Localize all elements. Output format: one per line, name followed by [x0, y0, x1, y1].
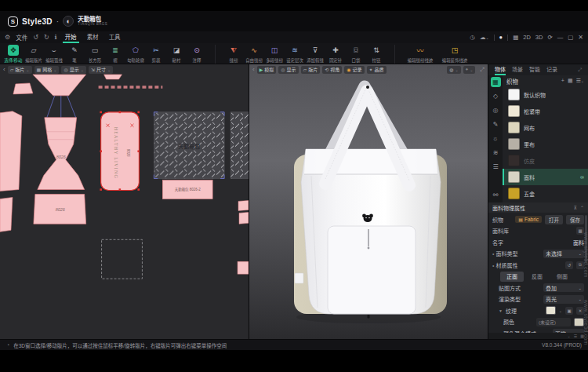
texture-collapse-icon[interactable]: ▼ [499, 308, 503, 313]
info-icon[interactable]: ℹ [55, 34, 57, 41]
toolbar-item[interactable]: ⊽ 添加假缝 [305, 45, 325, 64]
save-button[interactable]: 保存 [566, 215, 584, 224]
view3d-mode-button[interactable]: ◍ ⌄ [447, 66, 460, 74]
tab-scene[interactable]: 场景 [512, 64, 523, 75]
footer-menu-icon[interactable]: ☰ [574, 334, 577, 338]
toolbar-item[interactable]: ▭ 长方形 [85, 45, 105, 64]
tab-record[interactable]: 记录 [546, 64, 557, 75]
menu-tab-start[interactable]: 开始 [63, 31, 79, 43]
fabric-list-item[interactable]: 默认织物 [503, 86, 588, 103]
pattern-piece-left-bottom[interactable] [0, 197, 13, 232]
close-button[interactable]: ✕ [578, 34, 583, 41]
collapse-left-icon[interactable]: ‹ [252, 66, 255, 73]
fabric-list-item[interactable]: 里布 [503, 136, 588, 152]
view2d-option-button[interactable]: ⇲ 尺寸 ⌄ [89, 66, 113, 74]
view3d-option-button[interactable]: ⟲ 视角 [322, 66, 342, 74]
view2d-option-button[interactable]: ▦ 网格 ⌄ [34, 66, 60, 74]
fabric-type-chip[interactable]: ▤Fabric [515, 216, 542, 223]
color-value[interactable]: (未设定) [536, 318, 571, 326]
toolbar-item[interactable]: ✚ 固定针 [325, 45, 346, 64]
stitch-category-icon[interactable]: ≋ [491, 148, 501, 158]
view3d-option-button[interactable]: ✦ 品质 [367, 66, 387, 74]
refresh-icon[interactable]: ⟳ [547, 34, 552, 41]
pattern-piece-trapezoid[interactable] [13, 83, 33, 94]
maximize-button[interactable]: ▢ [568, 34, 573, 41]
list-menu-icon[interactable]: ☰⌄ [576, 78, 584, 84]
fabric-list-item[interactable]: 面料 ∞ [503, 169, 588, 185]
toolbar-item[interactable]: ⌼ 口袋 [346, 45, 366, 64]
pin-icon[interactable]: ⊼ [574, 205, 577, 210]
pattern-piece-printed-partial[interactable] [230, 112, 249, 179]
view3d-mode-button[interactable]: ⌖ ⌄ [463, 66, 476, 74]
name-value[interactable]: 面料 [573, 239, 584, 246]
pattern-piece-edge-a[interactable] [238, 200, 249, 210]
collapse-left-icon[interactable]: ‹ [3, 66, 5, 73]
toolbar-item[interactable]: ▱ 编辑版片 [24, 45, 44, 64]
fabric-list-item[interactable]: 五金 [503, 185, 588, 202]
undo-icon[interactable]: ↺ [33, 34, 38, 41]
toolbar-item[interactable]: ⇅ 拉链 [366, 45, 387, 64]
render-type-dropdown[interactable]: 亮光⌄ [543, 295, 584, 304]
layout-grid-icon[interactable]: ▦ [513, 34, 518, 41]
side-tab-side[interactable]: 侧面 [550, 272, 574, 282]
light-category-icon[interactable]: ☼ [491, 133, 501, 144]
panel-expand-icon[interactable]: ⤢ [578, 67, 582, 73]
toolbar-item[interactable]: ⬠ 勾勒轮廓 [125, 45, 146, 64]
toolbar-item[interactable]: 〰 编辑缝纫线迹 [403, 45, 437, 64]
pattern-piece-edge-c[interactable] [238, 261, 249, 274]
pattern-piece-edge-b[interactable] [239, 212, 249, 224]
bag-front-pocket[interactable] [328, 226, 416, 314]
chevron-down-icon[interactable]: ⌄ [559, 308, 562, 313]
open-button[interactable]: 打开 [545, 215, 563, 224]
toolbar-item[interactable]: ◪ 粘衬 [166, 45, 187, 64]
collapse-panel-icon[interactable]: ⌃ [580, 205, 584, 210]
toolbar-item[interactable]: ∿ 自由缝纫 [244, 45, 264, 64]
view2d-option-button[interactable]: ◎ 显示 ⌄ [61, 66, 85, 74]
history-icon[interactable]: ◷ [470, 34, 475, 41]
toolbar-item[interactable]: ⌣ 编辑弧线 [44, 45, 64, 64]
hardware-category-icon[interactable]: ◇ [491, 91, 501, 101]
toolbar-item[interactable]: ≋ 设定层次 [285, 45, 305, 64]
pattern-piece-side-left[interactable] [0, 111, 22, 191]
texture-swatch[interactable] [546, 306, 556, 315]
footer-dots-icon[interactable]: ⌄ [568, 334, 571, 338]
pattern-piece-small-top[interactable] [104, 75, 122, 79]
button-category-icon[interactable]: ◎ [491, 105, 501, 115]
menu-tab-material[interactable]: 素材 [85, 31, 101, 43]
fabric-list-item[interactable]: 网布 [503, 119, 588, 136]
texture-browse-icon[interactable]: ▣ [565, 307, 573, 315]
expand-viewport-icon[interactable]: ⤢ [480, 67, 485, 73]
fabric-category-icon[interactable]: ▦ [491, 77, 501, 87]
toolbar-item[interactable]: ✂ 剪裁 [146, 45, 166, 64]
view-3d-toggle[interactable]: 3D [535, 34, 543, 41]
menu-file[interactable]: 文件 [16, 33, 27, 42]
side-tab-front[interactable]: 正面 [500, 272, 524, 282]
toolbar-item[interactable]: ⊙ 注释 [187, 45, 207, 64]
pen-category-icon[interactable]: ✎ [491, 119, 501, 129]
grid-view-icon[interactable]: ▦ [568, 78, 573, 84]
selection-marquee[interactable] [102, 239, 143, 279]
viewport-3d[interactable]: ‹ ▶ 模拟 ◎ 显示 [249, 64, 488, 339]
tab-object[interactable]: 物体 [495, 64, 506, 75]
add-fabric-button[interactable]: + [561, 78, 564, 84]
settings-gear-icon[interactable]: ⚙ [5, 34, 10, 41]
toolbar-item[interactable]: ✥ 选择/移动 [3, 45, 24, 64]
view2d-option-button[interactable]: ▱ 版片 ⌄ [8, 66, 32, 74]
fabric-list-item[interactable]: 松紧带 [503, 103, 588, 119]
toolbar-item[interactable]: ◳ 编辑装饰线迹 [437, 45, 472, 64]
record-dot-icon[interactable]: ● [499, 34, 503, 41]
viewport-2d[interactable]: 8026 8026 HEALTHY LIVING 8026 [0, 64, 249, 339]
toolbar-item[interactable]: ✎ 笔 [64, 45, 85, 64]
tab-smart[interactable]: 智能 [529, 64, 540, 75]
map-mode-dropdown[interactable]: 叠加⌄ [543, 283, 584, 292]
cloud-sync-icon[interactable]: ☁⌄ [480, 34, 489, 41]
toolbar-item[interactable]: ≣ 褶 [105, 45, 125, 64]
view3d-option-button[interactable]: ◎ 显示 [278, 66, 298, 74]
minimize-button[interactable]: — [557, 34, 564, 41]
menu-tab-tools[interactable]: 工具 [107, 31, 123, 43]
view3d-option-button[interactable]: ▱ 版片 [301, 66, 321, 74]
view3d-option-button[interactable]: ◉ 记录 [344, 66, 364, 74]
fabric-type-dropdown[interactable]: 未选择⌄ [543, 250, 584, 258]
toolbar-item[interactable]: ◫ 多段缝纫 [264, 45, 285, 64]
view3d-option-button[interactable]: ▶ 模拟 [257, 66, 277, 74]
